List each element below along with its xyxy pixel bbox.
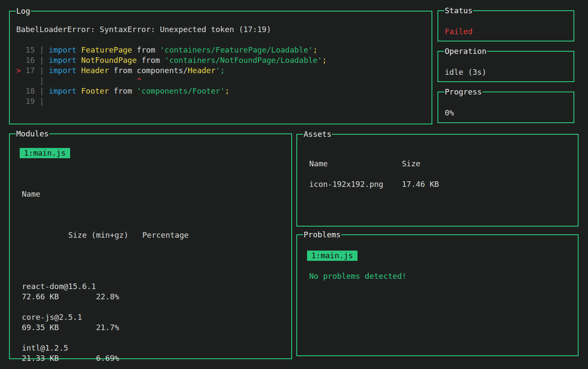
- problems-panel-title: Problems: [303, 230, 341, 240]
- asset-name: icon-192x192.png: [309, 179, 402, 189]
- code-token: from: [137, 56, 165, 65]
- panel-modules: Modules 1:main.js Name Size (min+gz)Perc…: [9, 133, 292, 359]
- module-row: react-dom@15.6.172.66 KB22.8%: [22, 281, 287, 302]
- module-name: react-dom@15.6.1: [22, 281, 287, 292]
- line-number: 19 |: [26, 97, 49, 106]
- code-line: | ^: [16, 76, 425, 86]
- code-line: 18 | import Footer from 'components/Foot…: [16, 86, 425, 96]
- code-token: 'components/Footer': [137, 86, 225, 95]
- line-number: |: [26, 76, 49, 85]
- code-token: from: [109, 86, 137, 95]
- code-token: Footer: [81, 86, 109, 95]
- modules-header-percentage: Percentage: [142, 230, 189, 239]
- assets-rows: icon-192x192.png17.46 KB: [309, 179, 573, 189]
- module-size: 72.66 KB: [22, 292, 96, 302]
- panel-assets: Assets NameSize icon-192x192.png17.46 KB: [296, 134, 579, 227]
- asset-size: 17.46 KB: [402, 180, 439, 189]
- panel-log: Log BabelLoaderError: SyntaxError: Unexp…: [9, 11, 432, 124]
- panel-status: Status Failed: [437, 10, 574, 41]
- error-line-marker: [16, 76, 26, 85]
- code-token: Header: [81, 66, 109, 75]
- assets-header-size: Size: [402, 159, 420, 168]
- code-token: ^: [49, 76, 142, 85]
- code-token: [77, 45, 81, 54]
- code-token: 'containers/NotFoundPage/Loadable': [165, 56, 322, 65]
- code-line: 16 | import NotFoundPage from 'container…: [16, 55, 425, 65]
- error-line-marker: [16, 45, 26, 54]
- webpack-dashboard: Log BabelLoaderError: SyntaxError: Unexp…: [0, 0, 588, 369]
- assets-header-name: Name: [309, 159, 402, 169]
- assets-content: NameSize icon-192x192.png17.46 KB: [297, 135, 578, 189]
- code-token: ';: [216, 66, 225, 75]
- code-token: NotFoundPage: [81, 56, 137, 65]
- panel-problems: Problems 1:main.js No problems detected!: [296, 234, 579, 356]
- code-token: import: [49, 66, 77, 75]
- code-token: ;: [225, 86, 230, 95]
- code-token: ;: [313, 45, 318, 54]
- error-line-marker: [16, 86, 26, 95]
- modules-content: 1:main.js Name Size (min+gz)Percentage r…: [10, 134, 291, 369]
- module-name: intl@1.2.5: [22, 343, 287, 353]
- module-size: 21.33 KB: [22, 353, 96, 363]
- code-token: FeaturePage: [81, 45, 132, 54]
- log-panel-title: Log: [16, 6, 31, 16]
- modules-headers: Name Size (min+gz)Percentage: [22, 168, 287, 271]
- code-token: from components/: [109, 66, 188, 75]
- modules-header-size: Size (min+gz): [68, 230, 142, 240]
- code-token: from: [132, 45, 160, 54]
- code-token: ;: [322, 56, 327, 65]
- log-content: BabelLoaderError: SyntaxError: Unexpecte…: [10, 12, 431, 106]
- code-token: import: [49, 56, 77, 65]
- module-row: intl@1.2.521.33 KB6.69%: [22, 343, 287, 363]
- code-token: [77, 56, 81, 65]
- assets-panel-title: Assets: [303, 129, 332, 139]
- modules-bundle-badge: 1:main.js: [20, 148, 70, 158]
- code-line: 15 | import FeaturePage from 'containers…: [16, 45, 425, 55]
- module-percentage: 22.8%: [96, 292, 119, 301]
- status-panel-title: Status: [444, 6, 473, 16]
- problems-content: 1:main.js No problems detected!: [297, 235, 578, 281]
- module-percentage: 21.7%: [96, 323, 119, 332]
- code-token: import: [49, 86, 77, 95]
- code-token: [77, 86, 81, 95]
- code-token: 'containers/FeaturePage/Loadable': [160, 45, 313, 54]
- code-line: 19 |: [16, 96, 425, 106]
- modules-rows: react-dom@15.6.172.66 KB22.8%core-js@2.5…: [22, 281, 287, 369]
- module-row: core-js@2.5.169.35 KB21.7%: [22, 312, 287, 333]
- module-size: 69.35 KB: [22, 322, 96, 333]
- line-number: 18 |: [26, 86, 49, 95]
- error-line-marker: >: [16, 66, 26, 75]
- operation-panel-title: Operation: [444, 46, 487, 56]
- error-line-marker: [16, 97, 26, 106]
- line-number: 17 |: [26, 66, 49, 75]
- line-number: 16 |: [26, 56, 49, 65]
- assets-headers: NameSize: [309, 159, 573, 169]
- code-token: [77, 66, 81, 75]
- panel-progress: Progress 0%: [437, 92, 574, 123]
- error-message: BabelLoaderError: SyntaxError: Unexpecte…: [16, 24, 425, 35]
- line-number: 15 |: [26, 45, 49, 54]
- code-token: Header: [188, 66, 216, 75]
- panel-operation: Operation idle (3s): [437, 51, 574, 82]
- progress-panel-title: Progress: [444, 87, 482, 97]
- problems-message: No problems detected!: [309, 271, 573, 281]
- modules-header-name: Name: [22, 189, 287, 199]
- modules-panel-title: Modules: [16, 129, 49, 139]
- code-token: import: [49, 45, 77, 54]
- module-percentage: 6.69%: [96, 354, 119, 363]
- module-name: core-js@2.5.1: [22, 312, 287, 322]
- spacer: [22, 158, 287, 168]
- code-frame: 15 | import FeaturePage from 'containers…: [16, 45, 425, 106]
- problems-bundle-badge: 1:main.js: [307, 251, 358, 261]
- asset-row: icon-192x192.png17.46 KB: [309, 179, 573, 189]
- code-line: > 17 | import Header from components/Hea…: [16, 65, 425, 76]
- error-line-marker: [16, 56, 26, 65]
